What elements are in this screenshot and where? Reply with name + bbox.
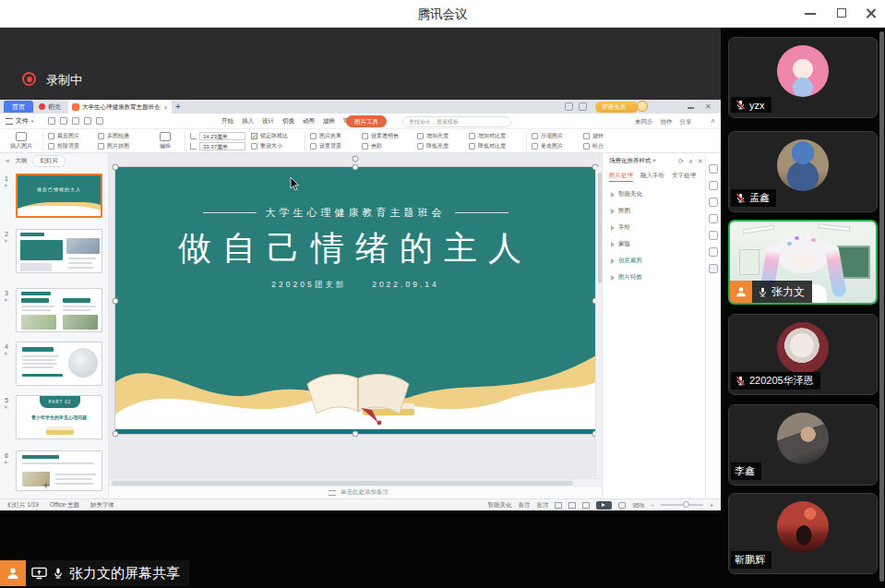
color-button[interactable]: 色彩 (362, 141, 413, 151)
tab-start[interactable]: 开始 (221, 117, 233, 126)
reading-view-icon[interactable] (582, 502, 590, 509)
account-avatar[interactable] (637, 101, 648, 112)
panel-item-smart-beautify[interactable]: 智能美化 (611, 190, 642, 198)
group-button[interactable]: 组合 (583, 141, 620, 151)
zoom-level[interactable]: 95% (632, 502, 644, 509)
selection-handle[interactable] (113, 298, 119, 305)
panel-item-creative-crop[interactable]: 创意裁剪 (611, 257, 642, 265)
selection-handle[interactable] (353, 431, 359, 438)
slide-thumb-4[interactable] (16, 342, 102, 386)
selection-handle[interactable] (353, 164, 359, 171)
share-link[interactable]: 分享 (680, 118, 692, 126)
export-icon[interactable] (72, 117, 79, 125)
wps-docer-tab[interactable]: 稻壳 (33, 101, 66, 113)
contrast-down-button[interactable]: 降低对比度 (469, 141, 522, 151)
comments-toggle[interactable]: 批注 (536, 501, 548, 510)
change-picture-button[interactable]: 更改图片 (532, 141, 580, 151)
wps-document-tab[interactable]: 大学生心理健康教育主题班会PPT... × (68, 101, 172, 114)
normal-view-icon[interactable] (555, 502, 562, 509)
draw-pane-icon[interactable] (709, 198, 718, 207)
height-field[interactable]: 14.23厘米 (199, 132, 245, 140)
file-menu[interactable]: 文件▾ (6, 116, 34, 126)
tab-picture-process[interactable]: 图片处理 (609, 172, 633, 182)
slide-sorter-icon[interactable] (568, 502, 576, 509)
slide-thumb-2[interactable] (16, 229, 102, 273)
slide-thumb-5[interactable]: PART 02 青少年学生的常见心理问题 (16, 395, 102, 439)
collaborate-link[interactable]: 协作 (661, 118, 673, 126)
brightness-up-button[interactable]: 增加亮度 (417, 131, 465, 141)
participant-tile-mengxin[interactable]: 孟鑫 (728, 131, 878, 212)
command-search-input[interactable]: 查找命令，搜索模板 (402, 116, 511, 127)
print-icon[interactable] (60, 117, 67, 125)
properties-icon[interactable] (709, 164, 718, 174)
panel-item-mask[interactable]: 蒙版 (611, 240, 630, 248)
zoom-slider[interactable] (661, 504, 703, 506)
lock-ratio-checkbox[interactable]: ✓锁定纵横比 (251, 131, 288, 141)
selection-handle[interactable] (113, 431, 119, 438)
new-tab-button[interactable]: + (175, 102, 181, 112)
save-icon[interactable] (48, 117, 55, 125)
panel-item-draw[interactable]: 手绘 (611, 223, 630, 232)
wps-close-icon[interactable]: ✕ (705, 102, 712, 111)
notes-bar[interactable]: 单击此处添加备注 (109, 486, 602, 498)
add-slide-button[interactable]: + (42, 478, 50, 492)
beautify-pane-icon[interactable] (709, 264, 718, 273)
collapse-icon[interactable]: ∧ (688, 158, 693, 165)
wps-minimize-icon[interactable] (688, 107, 694, 109)
animation-pane-icon[interactable] (709, 181, 718, 190)
slide-thumb-6[interactable] (16, 450, 102, 491)
outline-tab[interactable]: 大纲 (15, 157, 27, 165)
crop-pane-icon[interactable] (709, 214, 718, 223)
sync-status[interactable]: 未同步 (635, 118, 653, 126)
collage-button[interactable]: 图片拼图 (98, 141, 146, 151)
slide-thumb-1[interactable]: 做自己情绪的主人 (16, 174, 102, 218)
tab-text-process[interactable]: 文字处理 (672, 172, 696, 182)
remove-background-button[interactable]: 抠除背景 (48, 141, 96, 151)
split-view-icon[interactable] (579, 102, 587, 111)
close-button[interactable] (866, 7, 877, 18)
redo-icon[interactable] (96, 117, 103, 125)
tab-slideshow[interactable]: 放映 (323, 117, 335, 126)
history-pane-icon[interactable] (709, 231, 718, 240)
zoom-out-button[interactable]: − (651, 502, 654, 509)
panel-item-effects[interactable]: 图片特效 (611, 273, 642, 282)
reset-size-button[interactable]: 重设大小 (251, 141, 288, 151)
participant-tile-huazeen[interactable]: 220205华泽恩 (728, 314, 878, 395)
width-field[interactable]: 33.37厘米 (199, 142, 245, 150)
canvas-vertical-scrollbar[interactable] (595, 167, 602, 478)
participant-tile-zhangliwen-active-speaker[interactable]: 张力文 (728, 220, 878, 305)
contrast-up-button[interactable]: 增加对比度 (469, 131, 522, 141)
compress-picture-button[interactable]: 压缩图片 (532, 131, 580, 141)
refresh-icon[interactable]: ⟳ (678, 158, 684, 165)
zoom-slider-knob[interactable] (683, 501, 689, 508)
picture-tools-context-tab[interactable]: 图片工具 (346, 115, 387, 127)
crop-picture-button[interactable]: 裁剪图片 (48, 131, 96, 141)
participant-tile-yzx[interactable]: yzx (728, 37, 878, 118)
selection-handle[interactable] (113, 164, 119, 171)
wps-home-tab[interactable]: 首页 (4, 101, 33, 113)
comment-pane-icon[interactable] (709, 247, 718, 257)
close-panel-icon[interactable]: ✕ (698, 158, 703, 165)
tab-design[interactable]: 设计 (262, 117, 274, 126)
participant-tile-lixin[interactable]: 李鑫 (728, 404, 878, 486)
smart-beautify-button[interactable]: 智能美化 (487, 501, 511, 510)
theme-name[interactable]: Office·主题 (50, 501, 79, 510)
zoom-in-button[interactable]: + (710, 502, 713, 509)
close-tab-icon[interactable]: × (163, 103, 168, 112)
slides-tab[interactable]: 幻灯片 (32, 155, 66, 167)
missing-fonts-button[interactable]: 缺失字体 (90, 501, 114, 510)
collapse-panel-icon[interactable]: « (6, 157, 9, 165)
insert-picture-button[interactable]: 插入图片 (4, 131, 39, 151)
carousel-button[interactable]: 多图轮播 (98, 131, 146, 141)
undo-icon[interactable] (84, 117, 91, 125)
member-upgrade-button[interactable]: 开通会员 (595, 102, 639, 113)
picture-effects-button[interactable]: 图片效果 (310, 131, 358, 141)
apps-grid-icon[interactable] (565, 102, 573, 111)
edit-picture-button[interactable]: 编辑 (148, 131, 183, 151)
minimize-button[interactable] (805, 8, 817, 19)
transparent-color-button[interactable]: 设置透明色 (362, 131, 413, 141)
brightness-down-button[interactable]: 降低亮度 (417, 141, 465, 151)
participant-tile-jinpenghui[interactable]: 靳鹏辉 (728, 493, 878, 574)
notes-toggle[interactable]: 备注 (518, 501, 530, 510)
tab-insert[interactable]: 插入 (242, 117, 254, 126)
